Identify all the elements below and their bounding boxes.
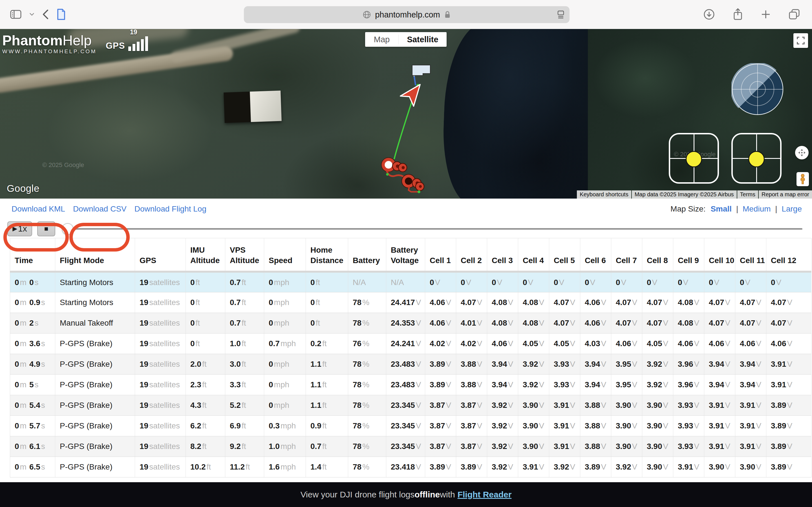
url-bar[interactable]: phantomhelp.com — [244, 6, 569, 23]
phantomhelp-logo: PhantomHelp WWW.PHANTOMHELP.COM — [2, 34, 97, 54]
cell-cell-8: 3.90V — [642, 436, 673, 457]
report-map-error-link[interactable]: Report a map error — [759, 190, 812, 199]
stick-position-left-widget — [669, 133, 719, 184]
cell-flight-mode: Starting Motors — [55, 292, 135, 313]
map-size-medium[interactable]: Medium — [743, 205, 771, 213]
cell-cell-6: 3.88V — [580, 436, 611, 457]
cell-cell-5: 3.92V — [549, 457, 580, 477]
document-icon[interactable] — [56, 8, 66, 20]
cell-cell-9: 4.08V — [673, 292, 704, 313]
cell-cell-1: 3.87V — [425, 436, 456, 457]
new-tab-icon[interactable] — [761, 9, 771, 19]
reader-view-icon[interactable] — [557, 10, 564, 19]
cell-cell-6: 4.06V — [580, 313, 611, 334]
cell-cell-7: 3.92V — [611, 457, 642, 477]
cell-cell-10: 3.94V — [704, 375, 735, 395]
fullscreen-button[interactable] — [794, 33, 808, 48]
downloads-icon[interactable] — [703, 8, 715, 20]
cell-cell-5: 3.91V — [549, 436, 580, 457]
attitude-radar-widget — [731, 63, 784, 117]
table-row[interactable]: 0m4.9sP-GPS (Brake)19satellites2.0ft3.0f… — [10, 354, 811, 375]
chevron-down-icon[interactable] — [29, 13, 35, 16]
slider-track[interactable] — [63, 228, 802, 230]
table-row[interactable]: 0m3.6sP-GPS (Brake)19satellites0ft1.0ft0… — [10, 334, 811, 354]
cell-cell-7: 3.90V — [611, 395, 642, 416]
keyboard-shortcuts-link[interactable]: Keyboard shortcuts — [577, 190, 631, 199]
map-attribution-bar: Keyboard shortcuts Map data ©2025 Imager… — [577, 190, 812, 199]
table-row[interactable]: 0m2sManual Takeoff19satellites0ft0.7ft0m… — [10, 313, 811, 334]
table-row[interactable]: 0m6.1sP-GPS (Brake)19satellites8.2ft9.2f… — [10, 436, 811, 457]
satellite-map[interactable]: PhantomHelp WWW.PHANTOMHELP.COM GPS 19 M… — [0, 29, 812, 199]
cell-cell-4: 3.92V — [518, 375, 549, 395]
share-icon[interactable] — [732, 8, 743, 21]
cell-cell-8: 4.05V — [642, 334, 673, 354]
cell-cell-1: 3.89V — [425, 375, 456, 395]
stop-button[interactable]: ■ — [37, 221, 55, 236]
cell-vps-alt: 3.0ft — [225, 354, 264, 375]
cell-cell-10: 3.90V — [704, 457, 735, 477]
column-header: Cell 11 — [735, 238, 766, 272]
cell-imu-alt: 2.3ft — [186, 375, 225, 395]
pegman-streetview-button[interactable] — [797, 172, 809, 186]
cell-cell-11: 0V — [735, 272, 766, 292]
cell-cell-1: 3.87V — [425, 416, 456, 436]
table-row[interactable]: 0m6.5sP-GPS (Brake)19satellites10.2ft11.… — [10, 457, 811, 477]
slider-thumb[interactable] — [62, 223, 73, 235]
cell-vps-alt: 0.7ft — [225, 292, 264, 313]
cell-cell-7: 3.90V — [611, 436, 642, 457]
column-header: Cell 7 — [611, 238, 642, 272]
table-row[interactable]: 0m5.4sP-GPS (Brake)19satellites4.3ft5.2f… — [10, 395, 811, 416]
table-row[interactable]: 0m5.7sP-GPS (Brake)19satellites6.2ft6.9f… — [10, 416, 811, 436]
map-size-small[interactable]: Small — [711, 205, 732, 213]
play-button[interactable]: ▶ 1x — [7, 221, 32, 236]
cell-cell-11: 3.94V — [735, 375, 766, 395]
map-type-map[interactable]: Map — [365, 35, 398, 44]
download-csv-link[interactable]: Download CSV — [73, 205, 126, 214]
cell-gps: 19satellites — [135, 457, 186, 477]
map-type-satellite[interactable]: Satellite — [399, 35, 447, 44]
cell-cell-6: 3.88V — [580, 395, 611, 416]
cell-cell-3: 3.94V — [487, 375, 518, 395]
table-row[interactable]: 0m0.9sStarting Motors19satellites0ft0.7f… — [10, 292, 811, 313]
sidebar-toggle-icon[interactable] — [10, 9, 22, 20]
column-header: Cell 4 — [518, 238, 549, 272]
table-row[interactable]: 0m0sStarting Motors19satellites0ft0.7ft0… — [10, 272, 811, 292]
pan-control-button[interactable] — [795, 146, 809, 159]
cell-vps-alt: 11.2ft — [225, 457, 264, 477]
cell-cell-4: 3.90V — [518, 395, 549, 416]
terms-link[interactable]: Terms — [737, 190, 758, 199]
cell-speed: 1.6mph — [264, 457, 306, 477]
map-size-control: Map Size: Small | Medium | Large — [670, 205, 802, 214]
map-size-label: Map Size: — [670, 205, 706, 213]
cell-cell-6: 4.03V — [580, 334, 611, 354]
cell-voltage: 23.483V — [386, 354, 425, 375]
map-size-large[interactable]: Large — [781, 205, 802, 213]
back-button-icon[interactable] — [42, 9, 49, 20]
timeline-slider[interactable] — [63, 221, 802, 236]
telemetry-table-wrap[interactable]: TimeFlight ModeGPSIMU AltitudeVPS Altitu… — [0, 238, 812, 482]
play-icon: ▶ — [12, 225, 17, 232]
cell-vps-alt: 3.3ft — [225, 375, 264, 395]
stick-dot — [686, 151, 702, 167]
cell-battery: 78% — [348, 354, 386, 375]
column-header: Flight Mode — [55, 238, 135, 272]
download-flight-log-link[interactable]: Download Flight Log — [135, 205, 206, 214]
cell-battery: N/A — [348, 272, 386, 292]
cell-cell-12: 4.06V — [766, 334, 811, 354]
cell-vps-alt: 0.7ft — [225, 313, 264, 334]
cell-cell-12: 3.91V — [766, 375, 811, 395]
tab-overview-icon[interactable] — [788, 8, 800, 20]
cell-cell-5: 3.93V — [549, 375, 580, 395]
flight-reader-link[interactable]: Flight Reader — [458, 490, 512, 499]
cell-cell-4: 3.90V — [518, 436, 549, 457]
table-row[interactable]: 0m5sP-GPS (Brake)19satellites2.3ft3.3ft0… — [10, 375, 811, 395]
cell-cell-2: 3.88V — [456, 375, 487, 395]
download-kml-link[interactable]: Download KML — [11, 205, 65, 214]
cell-cell-6: 4.06V — [580, 292, 611, 313]
cell-home-dist: 1.1ft — [306, 354, 348, 375]
cell-cell-10: 3.91V — [704, 395, 735, 416]
cell-cell-9: 3.91V — [673, 457, 704, 477]
cell-battery: 78% — [348, 375, 386, 395]
cell-cell-11: 3.91V — [735, 395, 766, 416]
cell-cell-10: 3.91V — [704, 436, 735, 457]
